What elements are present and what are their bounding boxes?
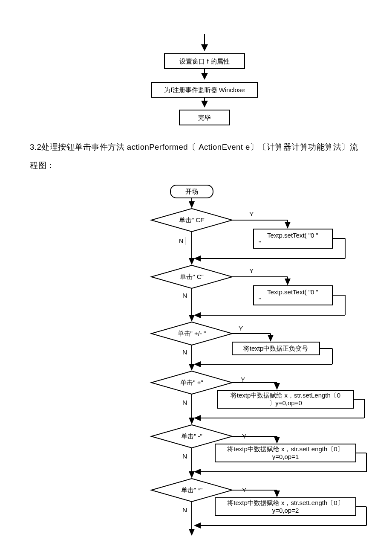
action-mult: 将textp中数据赋给 x，str.setLength〔0〕 y=0,op=2 — [215, 498, 356, 516]
decision-c: 单击" C" — [151, 265, 232, 288]
decision-ce: 单击" CE — [151, 209, 232, 232]
svg-text:": " — [259, 239, 261, 247]
action-plus: 将textp中数据赋给 x，str.setLength〔0 〕y=0,op=0 — [217, 390, 354, 408]
action-c: Textp.setText( "0 " " — [254, 286, 332, 305]
section-heading: 3.2处理按钮单击事件方法 actionPerformed〔 ActionEve… — [30, 138, 362, 174]
svg-text:单击"  *": 单击" *" — [181, 486, 203, 494]
svg-text:Textp.setText( "0 ": Textp.setText( "0 " — [267, 232, 318, 239]
decision-pm: 单击" +/- " — [151, 322, 232, 345]
svg-text:单击"  CE: 单击" CE — [179, 216, 205, 224]
svg-text:y=0,op=2: y=0,op=2 — [272, 507, 299, 514]
svg-text:开场: 开场 — [185, 188, 198, 195]
svg-text:Y: Y — [239, 325, 243, 332]
svg-text:单击" -": 单击" -" — [181, 433, 202, 440]
svg-text:N: N — [182, 348, 187, 356]
svg-text:Textp.setText( "0 ": Textp.setText( "0 " — [267, 288, 318, 296]
action-ce: Textp.setText( "0 " " — [254, 229, 332, 248]
svg-text:将textp中数据赋给 x，str.setLength〔0〕: 将textp中数据赋给 x，str.setLength〔0〕 — [227, 499, 343, 506]
svg-text:将textp中数据正负变号: 将textp中数据正负变号 — [243, 345, 308, 352]
label-n-boxed: N — [177, 237, 185, 245]
svg-text:单击"  +/-  ": 单击" +/- " — [178, 330, 206, 337]
svg-text:N: N — [182, 506, 187, 514]
svg-text:N: N — [182, 292, 187, 299]
svg-text:N: N — [182, 399, 187, 406]
svg-text:将textp中数据赋给 x，str.setLength〔0: 将textp中数据赋给 x，str.setLength〔0 — [230, 392, 340, 399]
top-flowchart: 设置窗口 f 的属性 为f注册事件监听器 Winclose 完毕 — [47, 34, 362, 125]
svg-text:单击"  C": 单击" C" — [180, 273, 204, 280]
main-flowchart: 开场 单击" CE Y Textp.setText( "0 " " N 单击" … — [30, 185, 362, 539]
flow-step-end: 完毕 — [179, 110, 230, 125]
action-minus: 将textp中数据赋给 x，str.setLength〔0〕 y=0,op=1 — [215, 444, 356, 462]
svg-text:单击"  +": 单击" +" — [180, 379, 203, 386]
svg-text:Y: Y — [249, 210, 254, 218]
svg-text:〕y=0,op=0: 〕y=0,op=0 — [269, 399, 302, 406]
svg-text:将textp中数据赋给 x，str.setLength〔0〕: 将textp中数据赋给 x，str.setLength〔0〕 — [227, 445, 343, 453]
flow-step-register-listener: 为f注册事件监听器 Winclose — [151, 82, 258, 98]
svg-text:": " — [259, 296, 261, 303]
svg-text:Y: Y — [249, 267, 254, 274]
svg-text:y=0,op=1: y=0,op=1 — [272, 453, 299, 460]
svg-text:N: N — [182, 453, 187, 460]
flow-step-set-window: 设置窗口 f 的属性 — [164, 53, 245, 69]
action-pm: 将textp中数据正负变号 — [232, 342, 320, 355]
svg-text:Y: Y — [241, 376, 245, 383]
